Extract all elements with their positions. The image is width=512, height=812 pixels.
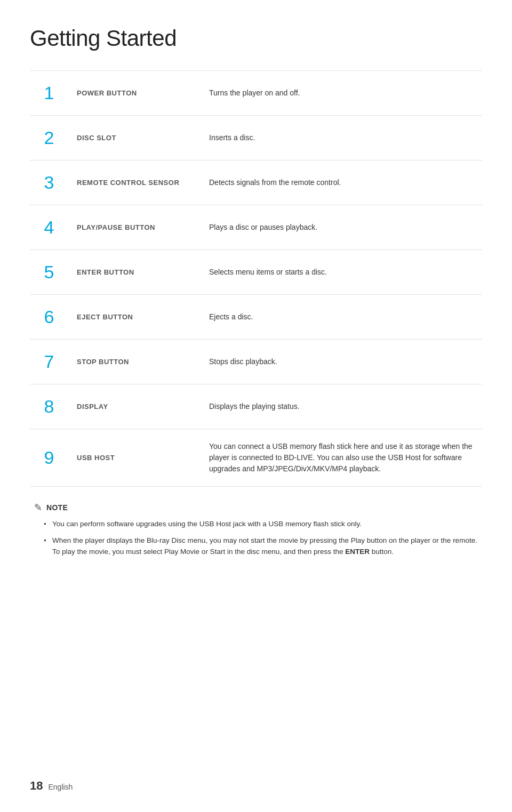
item-number: 9 <box>30 429 73 487</box>
item-description: Ejects a disc. <box>201 295 482 340</box>
item-label: USB HOST <box>73 429 201 487</box>
table-row: 3REMOTE CONTROL SENSORDetects signals fr… <box>30 160 482 205</box>
item-description: Displays the playing status. <box>201 384 482 429</box>
table-row: 6EJECT BUTTONEjects a disc. <box>30 295 482 340</box>
item-number: 6 <box>30 295 73 340</box>
table-row: 1POWER BUTTONTurns the player on and off… <box>30 71 482 116</box>
item-number: 1 <box>30 71 73 116</box>
note-list: You can perform software upgrades using … <box>34 519 478 558</box>
page-container: Getting Started 1POWER BUTTONTurns the p… <box>0 0 512 606</box>
table-row: 7STOP BUTTONStops disc playback. <box>30 340 482 384</box>
page-language: English <box>48 783 73 791</box>
items-table: 1POWER BUTTONTurns the player on and off… <box>30 70 482 487</box>
item-label: DISC SLOT <box>73 116 201 160</box>
note-item: You can perform software upgrades using … <box>44 519 478 530</box>
item-label: REMOTE CONTROL SENSOR <box>73 160 201 205</box>
item-number: 8 <box>30 384 73 429</box>
note-icon: ✎ <box>34 502 42 513</box>
note-header: ✎ NOTE <box>34 502 478 513</box>
item-number: 4 <box>30 205 73 250</box>
item-description: Inserts a disc. <box>201 116 482 160</box>
table-row: 5ENTER BUTTONSelects menu items or start… <box>30 250 482 295</box>
item-label: PLAY/PAUSE BUTTON <box>73 205 201 250</box>
item-number: 5 <box>30 250 73 295</box>
page-title: Getting Started <box>30 26 482 51</box>
item-label: DISPLAY <box>73 384 201 429</box>
page-number: 18 <box>30 779 43 793</box>
page-footer: 18 English <box>30 779 73 793</box>
item-label: ENTER BUTTON <box>73 250 201 295</box>
item-number: 2 <box>30 116 73 160</box>
table-row: 8DISPLAYDisplays the playing status. <box>30 384 482 429</box>
table-row: 2DISC SLOTInserts a disc. <box>30 116 482 160</box>
note-title: NOTE <box>46 503 68 512</box>
item-description: Turns the player on and off. <box>201 71 482 116</box>
note-section: ✎ NOTE You can perform software upgrades… <box>30 502 482 558</box>
table-row: 4PLAY/PAUSE BUTTONPlays a disc or pauses… <box>30 205 482 250</box>
item-label: EJECT BUTTON <box>73 295 201 340</box>
table-row: 9USB HOSTYou can connect a USB memory fl… <box>30 429 482 487</box>
item-description: Plays a disc or pauses playback. <box>201 205 482 250</box>
item-number: 7 <box>30 340 73 384</box>
item-label: POWER BUTTON <box>73 71 201 116</box>
item-number: 3 <box>30 160 73 205</box>
item-description: Selects menu items or starts a disc. <box>201 250 482 295</box>
note-bold-word: ENTER <box>345 548 370 556</box>
note-item: When the player displays the Blu-ray Dis… <box>44 535 478 558</box>
item-label: STOP BUTTON <box>73 340 201 384</box>
item-description: You can connect a USB memory flash stick… <box>201 429 482 487</box>
item-description: Stops disc playback. <box>201 340 482 384</box>
item-description: Detects signals from the remote control. <box>201 160 482 205</box>
